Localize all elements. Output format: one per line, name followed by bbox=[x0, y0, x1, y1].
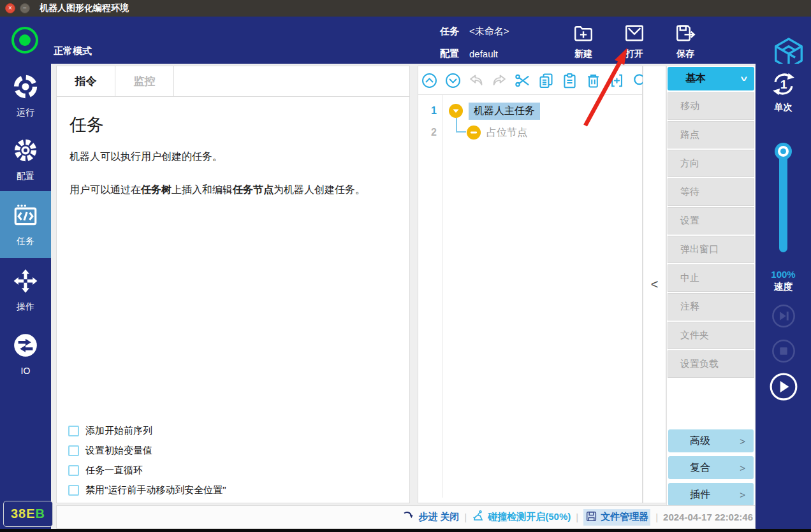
task-label: 任务 bbox=[440, 25, 464, 38]
node-category-basic-label: 基本 bbox=[685, 72, 706, 85]
node-group-advanced[interactable]: 高级> bbox=[668, 429, 754, 452]
sidebar-item-io[interactable]: IO bbox=[0, 322, 51, 385]
node-item-set[interactable]: 设置 bbox=[668, 207, 754, 234]
open-task-button[interactable]: 打开 bbox=[615, 22, 654, 60]
new-task-label: 新建 bbox=[574, 48, 592, 60]
clock-timestamp: 2024-04-17 22:02:46 bbox=[663, 512, 753, 522]
node-placeholder-icon[interactable] bbox=[466, 125, 481, 140]
status-separator: | bbox=[576, 512, 578, 522]
checkbox-disable-safe-move[interactable] bbox=[68, 485, 79, 496]
save-task-label: 保存 bbox=[676, 48, 694, 60]
config-name-value: default bbox=[469, 48, 498, 59]
gear-icon bbox=[12, 137, 39, 166]
node-group-plugin[interactable]: 插件> bbox=[668, 483, 754, 506]
speed-slider[interactable] bbox=[775, 143, 792, 254]
sidebar-run-label: 运行 bbox=[17, 107, 34, 119]
node-item-comment[interactable]: 注释 bbox=[668, 293, 754, 320]
sidebar-task-label: 任务 bbox=[17, 236, 34, 247]
save-icon bbox=[674, 22, 697, 47]
node-item-direction[interactable]: 方向 bbox=[668, 150, 754, 177]
sidebar-item-task[interactable]: 任务 bbox=[0, 191, 51, 258]
status-separator: | bbox=[655, 512, 658, 522]
checkbox-init-variables-label: 设置初始变量值 bbox=[85, 445, 152, 457]
play-button[interactable] bbox=[769, 372, 798, 401]
code-window-icon bbox=[12, 202, 39, 231]
stop-button[interactable] bbox=[771, 339, 796, 363]
checkbox-loop-forever-label: 任务一直循环 bbox=[85, 464, 143, 477]
file-manager-button[interactable]: 文件管理器 bbox=[583, 509, 650, 526]
badge-green-part: B bbox=[36, 507, 45, 521]
node-library-panel: 基本 ˅ 移动 路点 方向 等待 设置 弹出窗口 中止 注释 文件夹 设置负载 … bbox=[666, 66, 756, 508]
node-item-waypoint[interactable]: 路点 bbox=[668, 121, 754, 148]
tree-toolbar bbox=[418, 66, 642, 95]
collision-detect-status[interactable]: 碰撞检测开启(50%) bbox=[472, 510, 571, 524]
collision-detect-text: 碰撞检测开启(50%) bbox=[488, 511, 571, 523]
chevron-down-icon: ˅ bbox=[741, 74, 748, 83]
checkbox-disable-safe-move-label: 禁用"运行前手动移动到安全位置" bbox=[85, 484, 226, 496]
node-item-popup[interactable]: 弹出窗口 bbox=[668, 236, 754, 263]
node-item-move[interactable]: 移动 bbox=[668, 92, 754, 120]
collapse-nodes-panel-handle[interactable]: < bbox=[643, 66, 666, 503]
node-item-abort[interactable]: 中止 bbox=[668, 264, 754, 292]
step-forward-button[interactable] bbox=[771, 304, 796, 328]
sidebar-config-label: 配置 bbox=[17, 171, 34, 182]
tab-monitor[interactable]: 监控 bbox=[115, 66, 174, 96]
paste-icon[interactable] bbox=[561, 72, 578, 89]
chevron-right-icon: > bbox=[740, 489, 745, 500]
undo-icon[interactable] bbox=[468, 72, 485, 89]
task-description-1: 机器人可以执行用户创建的任务。 bbox=[69, 150, 397, 164]
new-file-icon bbox=[572, 22, 595, 47]
node-category-basic[interactable]: 基本 ˅ bbox=[668, 67, 754, 90]
move-up-icon[interactable] bbox=[421, 72, 438, 89]
speed-slider-track[interactable] bbox=[779, 150, 787, 252]
checkbox-init-variables[interactable] bbox=[68, 445, 79, 456]
node-expand-icon[interactable] bbox=[448, 103, 464, 119]
task-tree-panel: 1 机器人主任务 2 占位节点 bbox=[418, 66, 643, 503]
new-task-button[interactable]: 新建 bbox=[564, 22, 603, 60]
bottom-edge bbox=[0, 529, 811, 532]
redo-icon[interactable] bbox=[491, 72, 508, 89]
chevron-right-icon: > bbox=[740, 463, 745, 473]
move-down-icon[interactable] bbox=[444, 72, 462, 89]
node-item-wait[interactable]: 等待 bbox=[668, 178, 754, 206]
page-title: 任务 bbox=[69, 113, 397, 136]
single-run-icon[interactable]: 1 bbox=[770, 70, 798, 101]
task-doc: 任务 机器人可以执行用户创建的任务。 用户可以通过在任务树上插入和编辑任务节点为… bbox=[57, 97, 409, 503]
instruction-panel: 指令 监控 任务 机器人可以执行用户创建的任务。 用户可以通过在任务树上插入和编… bbox=[56, 66, 410, 503]
close-window-button[interactable]: × bbox=[5, 3, 15, 13]
window-titlebar: × − 机器人图形化编程环境 bbox=[0, 0, 811, 17]
insert-icon[interactable] bbox=[608, 72, 625, 89]
sidebar-item-run[interactable]: 运行 bbox=[0, 64, 51, 127]
node-group-composite[interactable]: 复合> bbox=[668, 456, 754, 479]
node-item-folder[interactable]: 文件夹 bbox=[668, 322, 754, 349]
svg-text:1: 1 bbox=[780, 78, 787, 91]
option-row: 禁用"运行前手动移动到安全位置" bbox=[68, 483, 226, 498]
speed-value: 100% bbox=[771, 268, 795, 280]
sidebar-item-operate[interactable]: 操作 bbox=[0, 258, 51, 322]
checkbox-pre-sequence[interactable] bbox=[68, 426, 79, 436]
node-item-set-payload[interactable]: 设置负载 bbox=[668, 350, 754, 378]
status-bar: 步进 关闭 | 碰撞检测开启(50%) | 文件管理器 | 2024-04-17… bbox=[56, 505, 756, 529]
tree-node-main-task-label[interactable]: 机器人主任务 bbox=[469, 103, 540, 120]
tree-row-main-task[interactable]: 1 机器人主任务 bbox=[418, 100, 642, 122]
checkbox-loop-forever[interactable] bbox=[68, 465, 79, 476]
step-mode-icon bbox=[402, 510, 415, 524]
panel-tabs: 指令 监控 bbox=[57, 66, 409, 97]
file-manager-text: 文件管理器 bbox=[601, 511, 648, 523]
tab-instruction[interactable]: 指令 bbox=[57, 66, 115, 96]
chevron-right-icon: > bbox=[740, 436, 745, 447]
option-row: 任务一直循环 bbox=[68, 463, 226, 478]
speed-slider-thumb[interactable] bbox=[775, 143, 792, 160]
robot-status-icon bbox=[11, 27, 38, 54]
step-mode-status[interactable]: 步进 关闭 bbox=[402, 510, 459, 524]
minimize-window-button[interactable]: − bbox=[20, 3, 30, 13]
cut-icon[interactable] bbox=[514, 72, 531, 89]
delete-icon[interactable] bbox=[585, 72, 602, 89]
option-row: 设置初始变量值 bbox=[68, 443, 226, 458]
tree-row-placeholder[interactable]: 2 占位节点 bbox=[418, 122, 642, 143]
save-task-button[interactable]: 保存 bbox=[666, 22, 705, 60]
copy-icon[interactable] bbox=[537, 72, 555, 89]
sidebar-item-config[interactable]: 配置 bbox=[0, 127, 51, 191]
move-arrows-icon bbox=[12, 268, 39, 296]
mode-label: 正常模式 bbox=[54, 45, 92, 57]
